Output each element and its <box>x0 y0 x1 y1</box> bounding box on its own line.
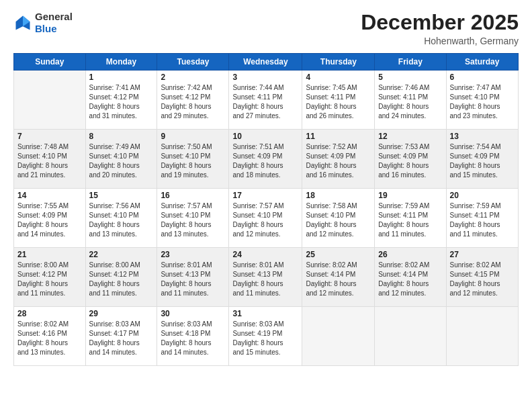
day-number: 3 <box>232 73 298 82</box>
table-row: 23Sunrise: 8:01 AMSunset: 4:13 PMDayligh… <box>157 248 229 307</box>
table-row: 21Sunrise: 8:00 AMSunset: 4:12 PMDayligh… <box>14 248 86 307</box>
header: General Blue December 2025 Hohenwarth, G… <box>13 11 519 46</box>
day-info: Sunrise: 7:57 AMSunset: 4:10 PMDaylight:… <box>232 201 298 239</box>
day-number: 16 <box>161 191 225 200</box>
table-row: 17Sunrise: 7:57 AMSunset: 4:10 PMDayligh… <box>229 189 302 248</box>
table-row: 29Sunrise: 8:03 AMSunset: 4:17 PMDayligh… <box>85 307 157 366</box>
table-row: 31Sunrise: 8:03 AMSunset: 4:19 PMDayligh… <box>229 307 302 366</box>
table-row: 22Sunrise: 8:00 AMSunset: 4:12 PMDayligh… <box>85 248 157 307</box>
day-number: 20 <box>450 191 515 200</box>
day-info: Sunrise: 7:57 AMSunset: 4:10 PMDaylight:… <box>161 201 225 239</box>
day-number: 6 <box>450 73 515 82</box>
day-number: 14 <box>17 191 82 200</box>
day-info: Sunrise: 8:02 AMSunset: 4:14 PMDaylight:… <box>378 261 442 298</box>
col-friday: Friday <box>375 54 446 71</box>
calendar-week-row: 7Sunrise: 7:48 AMSunset: 4:10 PMDaylight… <box>14 130 519 189</box>
table-row: 3Sunrise: 7:44 AMSunset: 4:11 PMDaylight… <box>229 71 302 130</box>
day-number: 10 <box>232 132 298 141</box>
logo-line2: Blue <box>35 23 57 34</box>
table-row: 11Sunrise: 7:52 AMSunset: 4:09 PMDayligh… <box>302 130 375 189</box>
day-number: 12 <box>378 132 442 141</box>
col-saturday: Saturday <box>446 54 518 71</box>
col-wednesday: Wednesday <box>229 54 302 71</box>
day-info: Sunrise: 8:01 AMSunset: 4:13 PMDaylight:… <box>232 261 298 298</box>
day-number: 13 <box>450 132 515 141</box>
day-info: Sunrise: 7:46 AMSunset: 4:11 PMDaylight:… <box>378 83 442 121</box>
table-row: 2Sunrise: 7:42 AMSunset: 4:12 PMDaylight… <box>157 71 229 130</box>
day-number: 30 <box>161 309 225 318</box>
day-info: Sunrise: 7:52 AMSunset: 4:09 PMDaylight:… <box>306 142 371 180</box>
day-info: Sunrise: 7:54 AMSunset: 4:09 PMDaylight:… <box>450 142 515 180</box>
day-number: 8 <box>89 132 154 141</box>
table-row: 19Sunrise: 7:59 AMSunset: 4:11 PMDayligh… <box>375 189 446 248</box>
table-row: 10Sunrise: 7:51 AMSunset: 4:09 PMDayligh… <box>229 130 302 189</box>
table-row <box>375 307 446 366</box>
table-row <box>14 71 86 130</box>
day-info: Sunrise: 7:51 AMSunset: 4:09 PMDaylight:… <box>232 142 298 180</box>
day-info: Sunrise: 8:02 AMSunset: 4:15 PMDaylight:… <box>450 261 515 298</box>
day-info: Sunrise: 7:59 AMSunset: 4:11 PMDaylight:… <box>450 201 515 239</box>
day-number: 7 <box>17 132 82 141</box>
table-row: 25Sunrise: 8:02 AMSunset: 4:14 PMDayligh… <box>302 248 375 307</box>
col-thursday: Thursday <box>302 54 375 71</box>
day-number: 18 <box>306 191 371 200</box>
table-row: 18Sunrise: 7:58 AMSunset: 4:10 PMDayligh… <box>302 189 375 248</box>
day-number: 5 <box>378 73 442 82</box>
day-number: 26 <box>378 250 442 259</box>
table-row: 24Sunrise: 8:01 AMSunset: 4:13 PMDayligh… <box>229 248 302 307</box>
day-number: 19 <box>378 191 442 200</box>
table-row: 7Sunrise: 7:48 AMSunset: 4:10 PMDaylight… <box>14 130 86 189</box>
day-number: 28 <box>17 309 82 318</box>
day-info: Sunrise: 7:41 AMSunset: 4:12 PMDaylight:… <box>89 83 154 121</box>
logo-text: General Blue <box>35 11 73 35</box>
table-row: 5Sunrise: 7:46 AMSunset: 4:11 PMDaylight… <box>375 71 446 130</box>
calendar-week-row: 14Sunrise: 7:55 AMSunset: 4:09 PMDayligh… <box>14 189 519 248</box>
day-number: 25 <box>306 250 371 259</box>
table-row: 14Sunrise: 7:55 AMSunset: 4:09 PMDayligh… <box>14 189 86 248</box>
table-row: 28Sunrise: 8:02 AMSunset: 4:16 PMDayligh… <box>14 307 86 366</box>
day-number: 17 <box>232 191 298 200</box>
table-row: 12Sunrise: 7:53 AMSunset: 4:09 PMDayligh… <box>375 130 446 189</box>
col-sunday: Sunday <box>14 54 86 71</box>
table-row: 30Sunrise: 8:03 AMSunset: 4:18 PMDayligh… <box>157 307 229 366</box>
day-number: 24 <box>232 250 298 259</box>
day-number: 22 <box>89 250 154 259</box>
table-row: 4Sunrise: 7:45 AMSunset: 4:11 PMDaylight… <box>302 71 375 130</box>
day-info: Sunrise: 8:00 AMSunset: 4:12 PMDaylight:… <box>17 261 82 298</box>
day-info: Sunrise: 7:55 AMSunset: 4:09 PMDaylight:… <box>17 201 82 239</box>
calendar-table: Sunday Monday Tuesday Wednesday Thursday… <box>13 53 519 366</box>
day-number: 9 <box>161 132 225 141</box>
month-title: December 2025 <box>361 11 519 34</box>
logo: General Blue <box>13 11 73 35</box>
table-row: 20Sunrise: 7:59 AMSunset: 4:11 PMDayligh… <box>446 189 518 248</box>
calendar-header-row: Sunday Monday Tuesday Wednesday Thursday… <box>14 54 519 71</box>
day-info: Sunrise: 7:50 AMSunset: 4:10 PMDaylight:… <box>161 142 225 180</box>
table-row: 26Sunrise: 8:02 AMSunset: 4:14 PMDayligh… <box>375 248 446 307</box>
table-row: 15Sunrise: 7:56 AMSunset: 4:10 PMDayligh… <box>85 189 157 248</box>
table-row: 8Sunrise: 7:49 AMSunset: 4:10 PMDaylight… <box>85 130 157 189</box>
day-info: Sunrise: 8:01 AMSunset: 4:13 PMDaylight:… <box>161 261 225 298</box>
table-row: 1Sunrise: 7:41 AMSunset: 4:12 PMDaylight… <box>85 71 157 130</box>
day-info: Sunrise: 8:00 AMSunset: 4:12 PMDaylight:… <box>89 261 154 298</box>
day-info: Sunrise: 8:03 AMSunset: 4:17 PMDaylight:… <box>89 320 154 357</box>
day-info: Sunrise: 7:48 AMSunset: 4:10 PMDaylight:… <box>17 142 82 180</box>
day-info: Sunrise: 7:42 AMSunset: 4:12 PMDaylight:… <box>161 83 225 121</box>
day-number: 15 <box>89 191 154 200</box>
location-subtitle: Hohenwarth, Germany <box>361 36 519 46</box>
day-info: Sunrise: 8:02 AMSunset: 4:16 PMDaylight:… <box>17 320 82 357</box>
table-row: 6Sunrise: 7:47 AMSunset: 4:10 PMDaylight… <box>446 71 518 130</box>
logo-line1: General <box>35 11 73 22</box>
day-info: Sunrise: 8:03 AMSunset: 4:18 PMDaylight:… <box>161 320 225 357</box>
calendar-week-row: 28Sunrise: 8:02 AMSunset: 4:16 PMDayligh… <box>14 307 519 366</box>
day-number: 2 <box>161 73 225 82</box>
day-info: Sunrise: 7:49 AMSunset: 4:10 PMDaylight:… <box>89 142 154 180</box>
day-info: Sunrise: 8:02 AMSunset: 4:14 PMDaylight:… <box>306 261 371 298</box>
col-tuesday: Tuesday <box>157 54 229 71</box>
table-row: 27Sunrise: 8:02 AMSunset: 4:15 PMDayligh… <box>446 248 518 307</box>
calendar-week-row: 21Sunrise: 8:00 AMSunset: 4:12 PMDayligh… <box>14 248 519 307</box>
title-block: December 2025 Hohenwarth, Germany <box>361 11 519 46</box>
day-info: Sunrise: 7:53 AMSunset: 4:09 PMDaylight:… <box>378 142 442 180</box>
logo-icon <box>13 13 32 32</box>
day-info: Sunrise: 8:03 AMSunset: 4:19 PMDaylight:… <box>232 320 298 357</box>
table-row: 9Sunrise: 7:50 AMSunset: 4:10 PMDaylight… <box>157 130 229 189</box>
